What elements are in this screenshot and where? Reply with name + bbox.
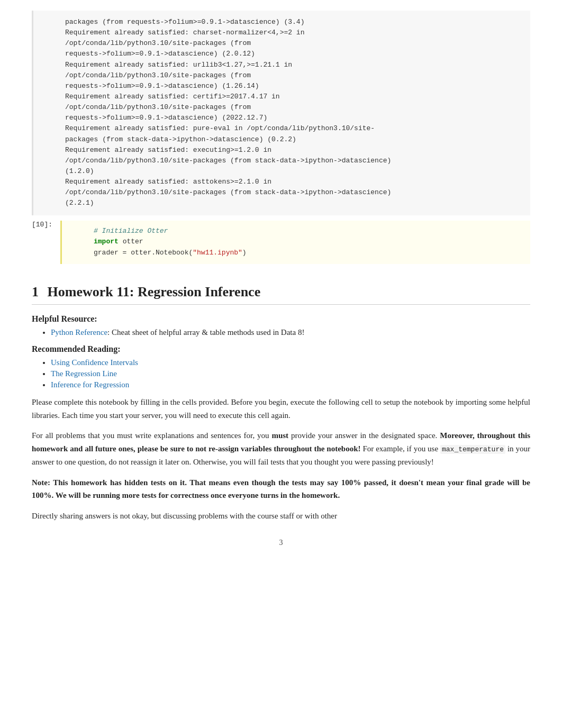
note-block: Note: This homework has hidden tests on … — [32, 476, 530, 503]
cell-10-grader: grader = otter.Notebook("hw11.ipynb") — [94, 249, 247, 257]
regression-line-link[interactable]: The Regression Line — [51, 369, 117, 378]
output-line-12: packages (from stack-data->ipython->data… — [65, 135, 296, 143]
cell-10-label: [10]: — [32, 221, 58, 229]
paragraph-2-must: must — [271, 431, 288, 440]
output-line-15: (1.2.0) — [65, 167, 94, 175]
cell-10-comment: # Initialize Otter — [94, 227, 168, 235]
output-line-11: Requirement already satisfied: pure-eval… — [65, 124, 375, 132]
section-number: 1 — [32, 284, 39, 299]
output-line-1: packages (from requests->folium>=0.9.1->… — [65, 18, 304, 26]
paragraph-2-code: max_temperature — [440, 445, 505, 454]
output-line-13: Requirement already satisfied: executing… — [65, 146, 271, 154]
using-confidence-intervals-link[interactable]: Using Confidence Intervals — [51, 358, 138, 367]
output-line-9: /opt/conda/lib/python3.10/site-packages … — [65, 103, 251, 111]
reading-item-1: Using Confidence Intervals — [51, 358, 530, 367]
helpful-resource-list: Python Reference: Cheat sheet of helpful… — [32, 328, 530, 337]
page-container: packages (from requests->folium>=0.9.1->… — [0, 0, 562, 568]
reading-item-3: Inference for Regression — [51, 380, 530, 389]
recommended-reading-heading: Recommended Reading: — [32, 344, 530, 354]
helpful-resource-heading: Helpful Resource: — [32, 314, 530, 324]
section-heading-text: Homework 11: Regression Inference — [48, 284, 261, 299]
reading-item-2: The Regression Line — [51, 369, 530, 378]
cell-10-import-mod: otter — [123, 238, 143, 245]
cell-10-import-kw: import — [94, 238, 119, 245]
recommended-reading-list: Using Confidence Intervals The Regressio… — [32, 358, 530, 389]
paragraph-last: Directly sharing answers is not okay, bu… — [32, 509, 530, 523]
code-output-block: packages (from requests->folium>=0.9.1->… — [32, 11, 530, 215]
cell-10-input: # Initialize Otter import otter grader =… — [60, 221, 530, 264]
output-line-2: Requirement already satisfied: charset-n… — [65, 29, 304, 37]
output-line-8: Requirement already satisfied: certifi>=… — [65, 93, 280, 101]
paragraph-1: Please complete this notebook by filling… — [32, 396, 530, 422]
output-line-17: /opt/conda/lib/python3.10/site-packages … — [65, 188, 391, 196]
output-line-14: /opt/conda/lib/python3.10/site-packages … — [65, 157, 391, 165]
cell-10-row: [10]: # Initialize Otter import otter gr… — [32, 221, 530, 264]
page-number: 3 — [32, 539, 530, 547]
output-line-18: (2.2.1) — [65, 199, 94, 207]
paragraph-2: For all problems that you must write exp… — [32, 429, 530, 468]
output-line-5: Requirement already satisfied: urllib3<1… — [65, 61, 292, 69]
output-line-7: requests->folium>=0.9.1->datascience) (1… — [65, 82, 259, 90]
python-reference-link[interactable]: Python Reference — [51, 328, 107, 336]
helpful-resource-item: Python Reference: Cheat sheet of helpful… — [51, 328, 530, 337]
output-line-10: requests->folium>=0.9.1->datascience) (2… — [65, 114, 267, 122]
output-line-3: /opt/conda/lib/python3.10/site-packages … — [65, 39, 251, 47]
section-title: 1 Homework 11: Regression Inference — [32, 284, 530, 305]
output-line-16: Requirement already satisfied: asttokens… — [65, 178, 271, 186]
inference-for-regression-link[interactable]: Inference for Regression — [51, 380, 129, 389]
helpful-resource-item-rest: : Cheat sheet of helpful array & table m… — [107, 328, 304, 336]
output-line-4: requests->folium>=0.9.1->datascience) (2… — [65, 50, 255, 58]
output-line-6: /opt/conda/lib/python3.10/site-packages … — [65, 71, 251, 79]
markdown-section: 1 Homework 11: Regression Inference Help… — [32, 269, 530, 523]
